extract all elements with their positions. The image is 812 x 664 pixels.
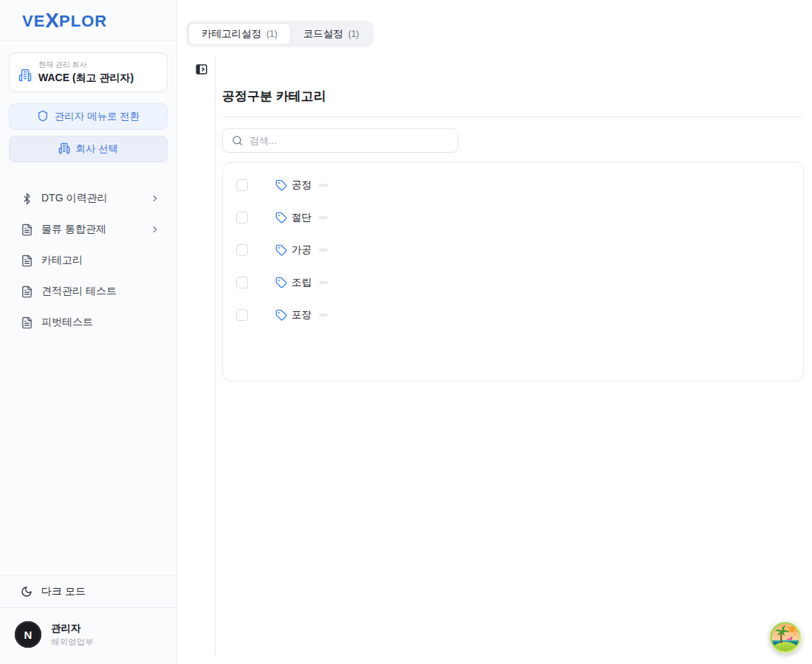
tab-category-settings[interactable]: 카테고리설정 (1) xyxy=(188,23,291,45)
category-checkbox[interactable] xyxy=(236,179,248,191)
panel-toggle-icon xyxy=(195,63,208,76)
category-checkbox[interactable] xyxy=(236,212,248,224)
section-title: 공정구분 카테고리 xyxy=(222,88,803,105)
sidebar-item-label: 피벗테스트 xyxy=(41,316,160,329)
category-checkbox[interactable] xyxy=(236,244,248,256)
company-select-button[interactable]: 회사 선택 xyxy=(9,136,168,162)
category-search xyxy=(222,128,458,153)
dark-mode-label: 다크 모드 xyxy=(41,585,86,598)
search-input[interactable] xyxy=(250,135,458,146)
category-row[interactable]: 절단 xyxy=(223,201,803,234)
sidebar-item-label: 카테고리 xyxy=(41,254,160,267)
tropical-island-icon xyxy=(769,621,802,654)
sidebar-nav: DTG 이력관리 물류 통합관제 카테고리 견적관리 테스트 피벗테스트 xyxy=(0,183,176,338)
sidebar-item-label: DTG 이력관리 xyxy=(41,192,142,205)
user-name: 관리자 xyxy=(51,622,94,635)
sidebar-item-dtg-history[interactable]: DTG 이력관리 xyxy=(0,183,176,214)
chevron-right-icon xyxy=(150,224,160,235)
document-icon xyxy=(21,224,33,236)
category-dash xyxy=(319,314,328,317)
vexplor-logo[interactable]: VEXPLOR xyxy=(22,8,107,32)
logo-text: PLOR xyxy=(59,12,107,31)
sidebar-item-category[interactable]: 카테고리 xyxy=(0,245,176,276)
main-content: 카테고리설정 (1) 코드설정 (1) 공정구분 카테고리 xyxy=(177,0,812,664)
company-card-name: WACE (최고 관리자) xyxy=(38,72,134,85)
tag-icon xyxy=(275,212,287,224)
sidebar-collapse-button[interactable] xyxy=(195,63,208,76)
category-label: 공정 xyxy=(292,179,312,192)
document-icon xyxy=(21,255,33,267)
user-department: 해외영업부 xyxy=(51,637,94,648)
company-card-label: 현재 관리 회사 xyxy=(38,60,134,70)
logo-x: X xyxy=(45,9,59,32)
category-dash xyxy=(319,216,328,219)
switch-admin-menu-label: 관리자 메뉴로 전환 xyxy=(55,110,140,123)
sidebar-item-pivot-test[interactable]: 피벗테스트 xyxy=(0,307,176,338)
tag-icon xyxy=(275,179,287,191)
category-dash xyxy=(319,281,328,284)
avatar-initial: N xyxy=(24,629,32,641)
category-label: 가공 xyxy=(292,243,312,257)
building-icon xyxy=(18,69,32,85)
logo-text: VE xyxy=(22,12,45,31)
app-window: VEXPLOR 현재 관리 회사 WACE (최고 관리자) 관리자 메뉴로 전… xyxy=(0,0,812,664)
sidebar-bottom: 다크 모드 N 관리자 해외영업부 xyxy=(0,575,176,664)
sidebar-item-logistics-control[interactable]: 물류 통합관제 xyxy=(0,214,176,245)
sidebar: VEXPLOR 현재 관리 회사 WACE (최고 관리자) 관리자 메뉴로 전… xyxy=(0,0,177,664)
category-row[interactable]: 가공 xyxy=(223,234,803,266)
tab-label: 카테고리설정 xyxy=(202,27,261,41)
tag-icon xyxy=(275,309,287,321)
category-label: 포장 xyxy=(292,308,312,322)
dark-mode-toggle[interactable]: 다크 모드 xyxy=(0,575,176,608)
divider xyxy=(222,117,803,117)
company-select-label: 회사 선택 xyxy=(76,142,119,156)
sidebar-item-label: 견적관리 테스트 xyxy=(41,285,160,298)
building-icon xyxy=(58,142,70,156)
tab-count: (1) xyxy=(348,29,359,39)
sidebar-item-quote-test[interactable]: 견적관리 테스트 xyxy=(0,276,176,307)
shield-icon xyxy=(37,110,49,124)
current-company-card: 현재 관리 회사 WACE (최고 관리자) xyxy=(9,52,168,92)
category-panel: 공정구분 카테고리 공정 xyxy=(215,55,812,654)
category-label: 절단 xyxy=(292,211,312,224)
tropical-island-widget-button[interactable] xyxy=(769,621,802,654)
search-icon xyxy=(232,135,243,146)
document-icon xyxy=(21,317,33,329)
category-list-card: 공정 절단 가공 xyxy=(222,162,804,381)
category-row[interactable]: 공정 xyxy=(223,169,803,201)
tag-icon xyxy=(275,277,287,288)
chevron-right-icon xyxy=(150,193,160,204)
category-checkbox[interactable] xyxy=(236,277,248,288)
avatar: N xyxy=(15,621,41,648)
category-label: 조립 xyxy=(292,276,312,289)
user-profile[interactable]: N 관리자 해외영업부 xyxy=(0,608,176,664)
settings-tabs: 카테고리설정 (1) 코드설정 (1) xyxy=(186,21,374,47)
tab-label: 코드설정 xyxy=(303,27,343,41)
tag-icon xyxy=(275,244,287,256)
switch-admin-menu-button[interactable]: 관리자 메뉴로 전환 xyxy=(9,103,168,130)
sidebar-item-label: 물류 통합관제 xyxy=(41,223,142,236)
moon-icon xyxy=(21,586,32,598)
category-dash xyxy=(319,249,328,252)
tab-code-settings[interactable]: 코드설정 (1) xyxy=(291,23,372,45)
category-checkbox[interactable] xyxy=(236,309,248,321)
category-dash xyxy=(319,184,328,187)
category-row[interactable]: 조립 xyxy=(223,266,803,299)
logo-row: VEXPLOR xyxy=(0,0,176,41)
tab-count: (1) xyxy=(266,29,278,39)
document-icon xyxy=(21,286,33,298)
category-row[interactable]: 포장 xyxy=(223,299,803,331)
bluetooth-icon xyxy=(21,193,33,205)
